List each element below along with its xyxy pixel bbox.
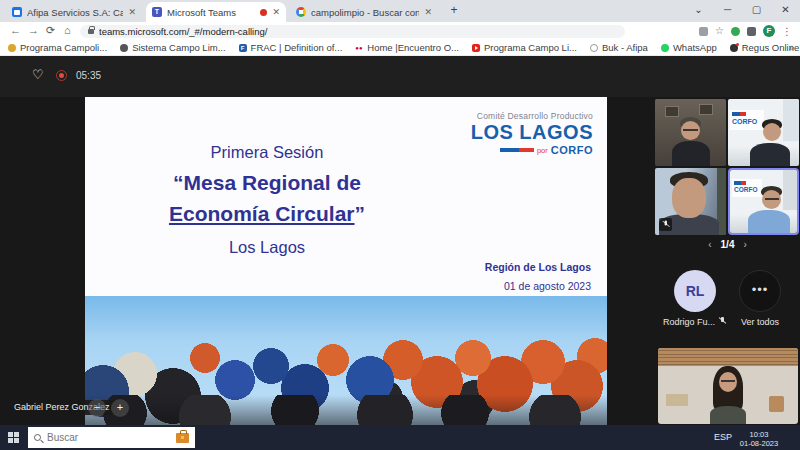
- close-tab-icon[interactable]: ✕: [128, 7, 136, 17]
- bookmark-favicon: [590, 44, 598, 52]
- tab-recording-icon: [260, 9, 267, 16]
- browser-tab-strip: Afipa Servicios S.A: Calendario - ✕ T Mi…: [0, 0, 800, 22]
- new-tab-button[interactable]: +: [446, 3, 462, 19]
- tab-google-search[interactable]: campolimpio - Buscar con Goog ✕: [290, 2, 438, 22]
- extension-icon[interactable]: [731, 27, 740, 36]
- browser-toolbar: ← → ⟳ ⌂ teams.microsoft.com/_#/modern-ca…: [0, 22, 800, 40]
- wall-frame: [699, 104, 713, 115]
- slide-region: Región de Los Lagos: [485, 261, 591, 273]
- chair: [769, 396, 784, 412]
- participant-video-1[interactable]: [655, 99, 726, 166]
- secure-lock-icon[interactable]: [88, 29, 94, 34]
- youtube-icon: [472, 44, 480, 52]
- reload-icon[interactable]: ⟳: [46, 24, 55, 37]
- bookmark-favicon: [730, 44, 738, 52]
- slide-title-line1: “Mesa Regional de: [97, 171, 437, 195]
- windows-taskbar: Z X W hp ^ ✕ ESP 10:03 01-08-2023 1: [0, 425, 800, 450]
- meeting-timer: 05:35: [76, 70, 101, 81]
- shared-slide: Primera Sesión “Mesa Regional de Economí…: [85, 97, 607, 425]
- taskbar-search[interactable]: [28, 427, 195, 448]
- start-button[interactable]: [8, 432, 19, 443]
- flag-bar: [500, 148, 534, 152]
- slide-date: 01 de agosto 2023: [504, 280, 591, 292]
- video-pagination: ‹ 1/4 ›: [655, 239, 800, 250]
- self-video[interactable]: [658, 348, 798, 424]
- tab-teams[interactable]: T Microsoft Teams ✕: [146, 2, 286, 22]
- extension-icon[interactable]: [699, 27, 708, 36]
- bookmark-item[interactable]: Sistema Campo Lim...: [120, 42, 225, 53]
- bookmark-item[interactable]: ●●Home |Encuentro O...: [355, 42, 459, 53]
- search-icon: [34, 434, 41, 441]
- language-indicator[interactable]: ESP: [714, 425, 732, 450]
- participant-video-2[interactable]: CORFO: [728, 99, 799, 166]
- muted-mic-badge: [659, 218, 672, 231]
- calendar-favicon: [12, 7, 22, 17]
- close-icon[interactable]: ✕: [771, 0, 800, 22]
- minimize-icon[interactable]: ─: [713, 0, 742, 22]
- search-input[interactable]: [47, 432, 170, 443]
- slide-subtitle: Primera Sesión: [97, 143, 437, 162]
- url-text: teams.microsoft.com/_#/modern-calling/: [99, 26, 267, 37]
- ellipsis-icon: •••: [740, 271, 780, 309]
- browser-menu-icon[interactable]: ⋮: [782, 26, 792, 37]
- bookmark-item[interactable]: Buk - Afipa: [590, 42, 648, 53]
- screen: Afipa Servicios S.A: Calendario - ✕ T Mi…: [0, 0, 800, 450]
- participant-name-label: Rodrigo Fu...: [657, 317, 733, 327]
- meeting-toolbar: ♡ 05:35 Chat 42 Gente Participar Reaccio…: [0, 56, 800, 97]
- close-tab-icon[interactable]: ✕: [272, 7, 280, 17]
- tab-title: Afipa Servicios S.A: Calendario -: [27, 7, 123, 18]
- tray-date: 01-08-2023: [736, 439, 782, 449]
- buoys-photo: [85, 296, 607, 425]
- bookmark-favicon: F: [239, 44, 247, 52]
- view-all-button[interactable]: •••: [739, 270, 781, 312]
- participant-video-3[interactable]: [655, 168, 726, 235]
- teams-favicon: T: [152, 7, 162, 17]
- glasses: [721, 380, 735, 382]
- corfo-logo: Comité Desarrollo Productivo LOS LAGOS p…: [471, 111, 593, 156]
- table: [666, 394, 688, 406]
- back-icon[interactable]: ←: [10, 24, 21, 36]
- briefcase-icon: [176, 433, 189, 443]
- maximize-icon[interactable]: ▢: [742, 0, 771, 22]
- tray-time: 10:03: [736, 430, 782, 440]
- glasses: [765, 198, 779, 200]
- clock[interactable]: 10:03 01-08-2023: [736, 430, 782, 450]
- previous-page-icon[interactable]: ‹: [708, 239, 711, 250]
- address-bar[interactable]: teams.microsoft.com/_#/modern-calling/: [80, 25, 625, 38]
- page-indicator: 1/4: [721, 239, 735, 250]
- slide-title-line2: Economía Circular”: [97, 202, 437, 226]
- profile-avatar[interactable]: F: [763, 25, 775, 37]
- tab-calendar[interactable]: Afipa Servicios S.A: Calendario - ✕: [6, 2, 142, 22]
- next-page-icon[interactable]: ›: [743, 239, 746, 250]
- bookmark-star-icon[interactable]: ☆: [715, 25, 724, 37]
- bookmark-favicon: [8, 44, 16, 52]
- mic-off-icon: [718, 317, 727, 326]
- bookmark-item[interactable]: Programa Campoli...: [8, 42, 107, 53]
- bookmarks-overflow-icon[interactable]: »: [788, 42, 794, 53]
- photo-rubble: [85, 395, 607, 425]
- bookmark-item[interactable]: FFRAC | Definition of...: [239, 42, 343, 53]
- zoom-out-button[interactable]: −: [88, 399, 106, 417]
- view-all-label: Ver todos: [736, 317, 784, 327]
- participant-video-4-active-speaker[interactable]: CORFO: [728, 168, 799, 235]
- shield-icon: ♡: [32, 67, 44, 82]
- globe-icon: [120, 44, 128, 52]
- tab-title: Microsoft Teams: [167, 7, 255, 18]
- window-controls: ⌄ ─ ▢ ✕: [684, 0, 800, 22]
- recording-indicator-icon: [56, 70, 67, 81]
- forward-icon[interactable]: →: [28, 24, 39, 36]
- glasses: [683, 129, 698, 131]
- bookmark-item[interactable]: WhatsApp: [661, 42, 717, 53]
- slide-location: Los Lagos: [97, 238, 437, 257]
- extensions-puzzle-icon[interactable]: [747, 27, 756, 36]
- logo-top-text: Comité Desarrollo Productivo: [471, 111, 593, 121]
- bookmark-item[interactable]: Programa Campo Li...: [472, 42, 577, 53]
- logo-main-text: LOS LAGOS: [471, 121, 593, 143]
- wall-frame: [665, 106, 679, 117]
- participant-avatar-rl[interactable]: RL: [674, 270, 716, 312]
- close-tab-icon[interactable]: ✕: [424, 7, 432, 17]
- zoom-in-button[interactable]: +: [111, 399, 129, 417]
- tab-search-icon[interactable]: ⌄: [684, 0, 713, 22]
- wood-ceiling: [658, 348, 798, 366]
- home-icon[interactable]: ⌂: [64, 24, 71, 36]
